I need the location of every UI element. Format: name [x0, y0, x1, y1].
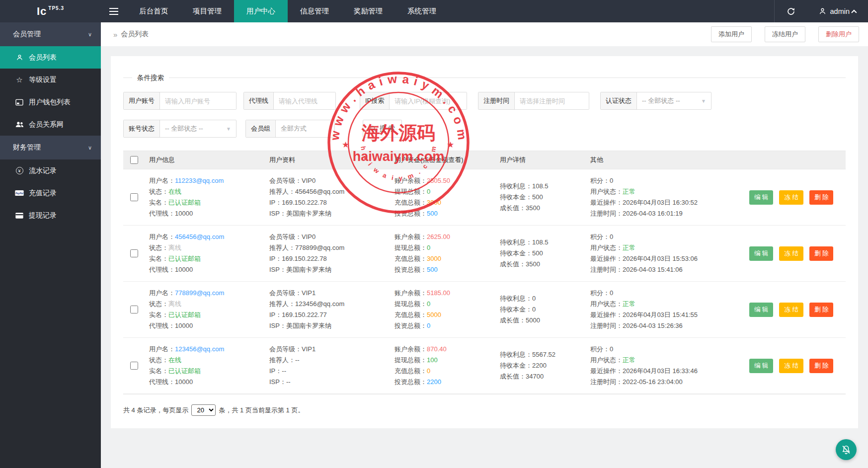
user-account-input[interactable]: [160, 92, 236, 109]
chevron-down-icon: ▼: [226, 126, 231, 132]
member-group-select[interactable]: 全部方式: [276, 120, 334, 137]
main-content: 条件搜索 用户账号 代理线 IP搜索 注册时间: [101, 46, 868, 468]
sidebar-group-finance[interactable]: 财务管理 ∨: [0, 136, 101, 159]
sidebar-group-member[interactable]: 会员管理 ∨: [0, 22, 101, 46]
growth-value: 5000: [526, 316, 540, 324]
ip-value: 169.150.222.77: [282, 311, 326, 318]
sidebar-item-member-list[interactable]: 会员列表: [0, 46, 101, 69]
field-label: 待收本金：: [500, 306, 532, 313]
top-menu-item[interactable]: 后台首页: [127, 0, 180, 22]
top-menu-item[interactable]: 奖励管理: [341, 0, 395, 22]
delete-button[interactable]: 删 除: [809, 303, 833, 317]
field-label: IP：: [269, 311, 282, 318]
app-logo: IcTP5.3: [0, 0, 101, 22]
invest-total-value[interactable]: 2200: [427, 378, 441, 386]
freeze-button[interactable]: 冻 结: [779, 303, 803, 317]
add-user-button[interactable]: 添加用户: [711, 26, 752, 42]
hamburger-menu-icon[interactable]: [101, 0, 127, 22]
search-button[interactable]: 搜 索: [363, 120, 402, 138]
account-status-select[interactable]: -- 全部状态 -- ▼: [160, 120, 236, 137]
mute-notifications-button[interactable]: [836, 439, 857, 460]
balance-value[interactable]: 2625.00: [427, 233, 450, 240]
field-label: 提现总额：: [395, 244, 427, 251]
top-menu-item[interactable]: 信息管理: [288, 0, 341, 22]
user-menu[interactable]: admin: [807, 0, 868, 22]
vip-level: VIP1: [302, 345, 316, 353]
vip-level: VIP0: [302, 233, 316, 240]
points-value: 0: [610, 233, 613, 240]
username-link[interactable]: 112233@qq.com: [175, 177, 224, 184]
refresh-button[interactable]: [774, 0, 807, 22]
realname-status: 已认证邮箱: [168, 199, 201, 206]
field-label: 账户余额：: [395, 289, 427, 297]
freeze-user-button[interactable]: 冻结用户: [765, 26, 805, 42]
pagination-text: 条，共 1 页当前显示第 1 页。: [219, 406, 304, 415]
recharge-total-value[interactable]: 3000: [427, 255, 441, 262]
filter-label: 注册时间: [478, 92, 515, 109]
recharge-total-value[interactable]: 3000: [427, 199, 441, 206]
ip-search-input[interactable]: [390, 92, 467, 109]
register-time-input[interactable]: [515, 92, 589, 109]
pending-principal-value: 500: [532, 193, 543, 201]
username-link[interactable]: 456456@qq.com: [175, 233, 224, 240]
sidebar-item-wallet-list[interactable]: 用户钱包列表: [0, 91, 101, 113]
withdraw-total-value[interactable]: 0: [427, 188, 430, 195]
isp-value: 美国南卡罗来纳: [286, 266, 331, 273]
invest-total-value[interactable]: 0: [427, 322, 430, 329]
field-label: 用户名：: [149, 177, 175, 184]
wallet-icon: [15, 99, 24, 106]
freeze-button[interactable]: 冻 结: [779, 190, 803, 205]
column-header: 用户资金(点击金额查看): [395, 156, 492, 164]
field-label: 注册时间：: [590, 322, 623, 329]
top-menu-item[interactable]: 项目管理: [180, 0, 234, 22]
row-checkbox[interactable]: [130, 249, 138, 257]
username-link[interactable]: 123456@qq.com: [175, 345, 224, 353]
sidebar-item-flow-record[interactable]: ¥ 流水记录: [0, 159, 101, 182]
sidebar-item-recharge-record[interactable]: PayPal 充值记录: [0, 182, 101, 204]
field-label: IP：: [269, 255, 282, 262]
sidebar-item-relation-net[interactable]: 会员关系网: [0, 113, 101, 136]
username-link[interactable]: 778899@qq.com: [175, 289, 224, 297]
delete-button[interactable]: 删 除: [809, 359, 833, 373]
balance-value[interactable]: 870.40: [427, 345, 447, 353]
growth-value: 3500: [526, 204, 540, 212]
delete-button[interactable]: 删 除: [809, 190, 833, 205]
pagination: 共 4 条记录，每页显示 20 条，共 1 页当前显示第 1 页。: [123, 404, 846, 416]
bank-card-icon: [15, 213, 24, 219]
recharge-total-value[interactable]: 5000: [427, 311, 441, 318]
freeze-button[interactable]: 冻 结: [779, 246, 803, 261]
agent-line-input[interactable]: [274, 92, 335, 109]
field-label: 充值总额：: [395, 367, 427, 375]
field-label: ISP：: [269, 378, 286, 386]
edit-button[interactable]: 编 辑: [749, 246, 773, 261]
row-checkbox[interactable]: [130, 193, 138, 201]
edit-button[interactable]: 编 辑: [749, 190, 773, 205]
delete-button[interactable]: 删 除: [809, 246, 833, 261]
page-size-select[interactable]: 20: [191, 404, 216, 416]
top-menu-item[interactable]: 用户中心: [234, 0, 288, 22]
withdraw-total-value[interactable]: 100: [427, 356, 438, 364]
sidebar-item-level-setting[interactable]: ☆ 等级设置: [0, 69, 101, 91]
sidebar-item-label: 会员列表: [29, 53, 57, 62]
delete-user-button[interactable]: 删除用户: [818, 26, 859, 42]
balance-value[interactable]: 2505.50: [427, 177, 450, 184]
row-checkbox[interactable]: [130, 306, 138, 313]
last-operation-value: 2026年04月03日 16:33:46: [623, 367, 698, 375]
invest-total-value[interactable]: 500: [427, 210, 438, 217]
field-label: 实名：: [149, 367, 168, 375]
invest-total-value[interactable]: 500: [427, 266, 438, 273]
edit-button[interactable]: 编 辑: [749, 303, 773, 317]
withdraw-total-value[interactable]: 0: [427, 300, 430, 308]
top-menu-item[interactable]: 系统管理: [395, 0, 449, 22]
sidebar-item-withdraw-record[interactable]: 提现记录: [0, 204, 101, 227]
withdraw-total-value[interactable]: 0: [427, 244, 430, 251]
recharge-total-value[interactable]: 0: [427, 367, 430, 375]
balance-value[interactable]: 5185.00: [427, 289, 450, 297]
auth-status-select[interactable]: -- 全部状态 -- ▼: [637, 92, 711, 109]
edit-button[interactable]: 编 辑: [749, 359, 773, 373]
freeze-button[interactable]: 冻 结: [779, 359, 803, 373]
field-label: 待收利息：: [500, 351, 532, 358]
field-label: 会员等级：: [269, 345, 302, 353]
select-all-checkbox[interactable]: [130, 156, 138, 164]
row-checkbox[interactable]: [130, 362, 138, 370]
